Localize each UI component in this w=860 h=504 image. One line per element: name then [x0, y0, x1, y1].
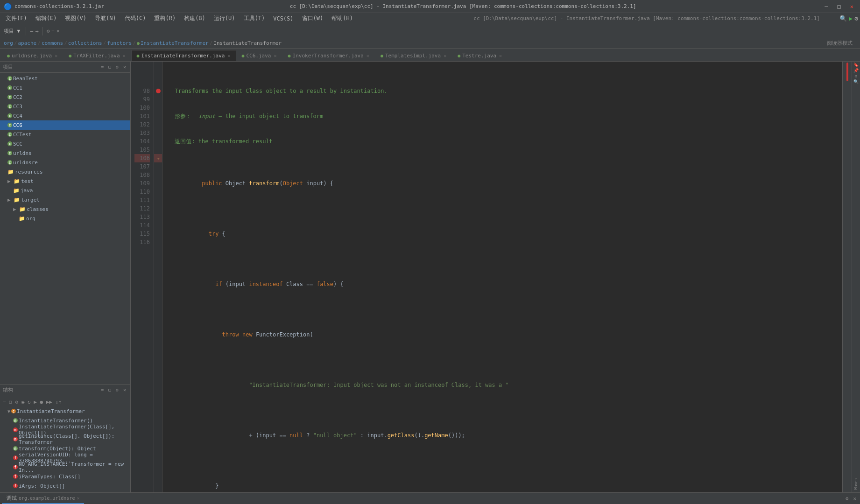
breadcrumb-current: InstantiateTransformer [213, 40, 282, 46]
tree-classes[interactable]: ▶ 📁 classes [0, 204, 130, 214]
menu-file[interactable]: 文件(F) [2, 14, 31, 23]
tree-urldns[interactable]: c urldns [0, 148, 130, 158]
tab-close-2[interactable]: ✕ [226, 53, 231, 58]
struct-label-gi: getInstance(Class[], Object[]): Transfor… [19, 433, 130, 445]
toolbar-layout[interactable]: ≡ [51, 28, 55, 34]
tab-templates[interactable]: ● TemplatesImpl.java ✕ [375, 50, 452, 61]
menu-run[interactable]: 运行(U) [210, 14, 239, 23]
tab-label-4: InvokerTransformer.java [293, 53, 364, 59]
tab-invoker[interactable]: ● InvokerTransformer.java ✕ [282, 50, 375, 61]
search-everywhere-btn[interactable]: 🔍 [839, 15, 847, 22]
bookmark-icon-2[interactable]: 📌 [853, 68, 859, 73]
bookmark-icon-3[interactable]: ⚙ [855, 74, 857, 78]
struct-iparamtypes[interactable]: f iParamTypes: Class[] [0, 472, 130, 481]
tree-resources[interactable]: 📁 resources [0, 167, 130, 176]
menu-code[interactable]: 代码(C) [121, 14, 150, 23]
tab-urldnsre[interactable]: ● urldnsre.java ✕ [2, 50, 63, 61]
tree-test[interactable]: ▶ 📁 test [0, 176, 130, 186]
sidebar-expand-btn[interactable]: ≡ [99, 64, 105, 70]
struct-instantiatetransformer[interactable]: ▼ c InstantiateTransformer [0, 406, 130, 416]
reader-mode-btn[interactable]: 阅读器模式 [823, 40, 856, 47]
tree-urldnsre[interactable]: c urldnsre [0, 158, 130, 167]
tree-java[interactable]: 📁 java [0, 186, 130, 195]
minimize-button[interactable]: — [822, 2, 831, 11]
breakpoint-gutter: → [154, 62, 162, 492]
tree-cctest[interactable]: c CCTest [0, 130, 130, 139]
tab-close-6[interactable]: ✕ [498, 53, 503, 58]
project-view-btn[interactable]: 项目 ▼ [2, 28, 22, 35]
struct-close-btn[interactable]: ✕ [122, 387, 127, 393]
menu-vcs[interactable]: VCS(S) [269, 14, 297, 23]
tab-close-0[interactable]: ✕ [54, 53, 58, 58]
sidebar-collapse-btn[interactable]: ⊟ [107, 64, 113, 70]
debug-settings-btn[interactable]: ⚙ [844, 496, 851, 502]
menu-edit[interactable]: 编辑(E) [32, 14, 61, 23]
struct-getinstance[interactable]: m getInstance(Class[], Object[]): Transf… [0, 434, 130, 444]
struct-iargs[interactable]: f iArgs: Object[] [0, 481, 130, 490]
maximize-button[interactable]: □ [835, 2, 844, 11]
menu-navigate[interactable]: 导航(N) [91, 14, 120, 23]
sidebar-settings-btn[interactable]: ⚙ [114, 64, 120, 70]
code-content[interactable]: 98 99 100 101 102 103 104 105 106 107 10… [131, 62, 852, 492]
tab-cc6[interactable]: ● CC6.java ✕ [236, 50, 282, 61]
menu-help[interactable]: 帮助(H) [328, 14, 357, 23]
line-numbers: 98 99 100 101 102 103 104 105 106 107 10… [131, 62, 154, 492]
tree-cc1[interactable]: c CC1 [0, 83, 130, 92]
tree-beantest[interactable]: c BeanTest [0, 74, 130, 83]
tree-icon-target: ▶ 📁 [7, 197, 20, 203]
tab-trax[interactable]: ● TrAXFilter.java ✕ [63, 50, 131, 61]
tab-label-1: TrAXFilter.java [73, 53, 120, 59]
struct-collapse-btn[interactable]: ⊟ [107, 387, 113, 393]
debug-tab-debug[interactable]: 调试 org.example.urldnsre ✕ [2, 493, 84, 504]
tab-testre[interactable]: ● Testre.java ✕ [452, 50, 508, 61]
breadcrumb-functors[interactable]: functors [107, 40, 132, 46]
debug-panel-tabs: 调试 org.example.urldnsre ✕ ⚙ ✕ [0, 493, 860, 504]
struct-settings-btn[interactable]: ⚙ [114, 387, 120, 393]
breadcrumb-file[interactable]: InstantiateTransformer [141, 40, 209, 46]
toolbar-settings[interactable]: ⚙ [47, 28, 50, 34]
code-editor[interactable]: Transforms the input Class object to a r… [162, 62, 842, 492]
tab-close-5[interactable]: ✕ [443, 53, 447, 58]
maven-icon[interactable]: Maven [854, 476, 858, 491]
settings-btn[interactable]: ⚙ [854, 15, 858, 22]
bookmark-icon-4[interactable]: 🔍 [853, 79, 859, 84]
breakpoint-98[interactable] [154, 87, 162, 95]
tree-cc6[interactable]: c CC6 [0, 120, 130, 130]
menu-build[interactable]: 构建(B) [180, 14, 209, 23]
run-config-btn[interactable]: ▶ [849, 15, 853, 22]
toolbar-back[interactable]: ← [30, 28, 33, 35]
javadoc-line2: 形参： input – the input object to transfor… [168, 112, 837, 120]
tree-cc4[interactable]: c CC4 [0, 111, 130, 120]
tab-instantiate[interactable]: ● InstantiateTransformer.java ✕ [132, 50, 237, 61]
tree-scc[interactable]: c SCC [0, 139, 130, 148]
debug-tab-close[interactable]: ✕ [77, 496, 79, 501]
toolbar-forward[interactable]: → [35, 28, 38, 35]
tree-org[interactable]: 📁 org [0, 214, 130, 223]
breadcrumb-commons[interactable]: commons [42, 40, 63, 46]
tab-close-3[interactable]: ✕ [273, 53, 277, 58]
tab-close-1[interactable]: ✕ [122, 53, 127, 58]
struct-icon-sv: f [13, 455, 18, 460]
project-sidebar: 项目 ≡ ⊟ ⚙ ✕ c BeanTest c CC1 c CC2 c CC3 [0, 62, 131, 492]
struct-noarg[interactable]: f NO_ARG_INSTANCE: Transformer = new In.… [0, 462, 130, 472]
menu-view[interactable]: 视图(V) [61, 14, 90, 23]
breadcrumb-collections[interactable]: collections [68, 40, 102, 46]
tree-cc2[interactable]: c CC2 [0, 92, 130, 102]
struct-expand-btn[interactable]: ≡ [99, 387, 105, 393]
sidebar-close-btn[interactable]: ✕ [122, 64, 127, 70]
toolbar-close-panel[interactable]: ✕ [56, 28, 60, 34]
gutter-space [154, 146, 162, 154]
bookmark-icon-1[interactable]: 🔖 [853, 63, 859, 67]
tab-icon-3: ● [241, 53, 244, 58]
tree-icon-urldnsre: c [7, 160, 12, 165]
tree-cc3[interactable]: c CC3 [0, 102, 130, 111]
tree-target[interactable]: ▶ 📁 target [0, 195, 130, 204]
menu-tools[interactable]: 工具(T) [240, 14, 269, 23]
close-button[interactable]: ✕ [847, 2, 856, 11]
debug-close-btn[interactable]: ✕ [851, 496, 858, 502]
tab-close-4[interactable]: ✕ [366, 53, 370, 58]
menu-window[interactable]: 窗口(W) [298, 14, 327, 23]
breadcrumb-org[interactable]: org [4, 40, 13, 46]
menu-refactor[interactable]: 重构(R) [150, 14, 179, 23]
breadcrumb-apache[interactable]: apache [18, 40, 37, 46]
